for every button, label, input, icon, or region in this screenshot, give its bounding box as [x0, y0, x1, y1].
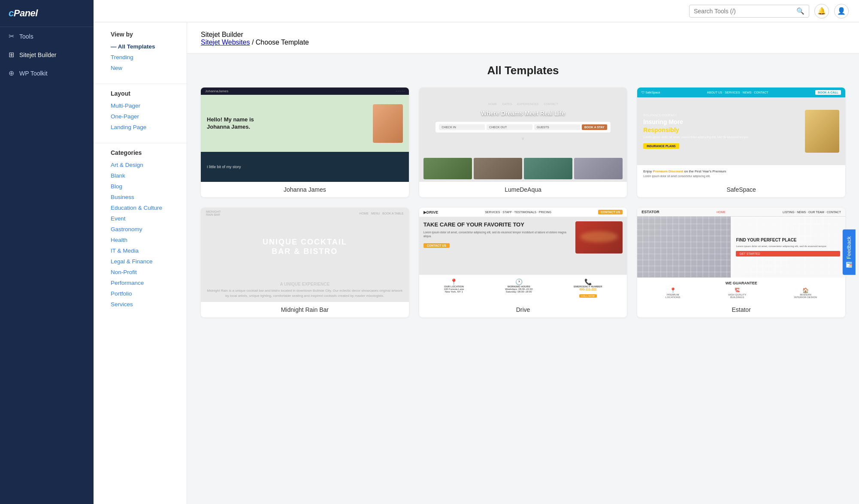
sidebar: cPanel ✂ Tools ⊞ Sitejet Builder ⊕ WP To… [0, 0, 94, 504]
filter-one-pager[interactable]: One-Pager [102, 111, 178, 122]
johanna-topbar: JohannaJames · · · · · [201, 88, 409, 95]
safe-bottom-desc: Lorem ipsum dolor sit amet consectetur a… [643, 175, 839, 178]
template-card-car[interactable]: ▶DRIVE SERVICES · STAFF · TESTIMONIALS ·… [419, 208, 627, 317]
est-nav-items: LISTING · NEWS · OUR TEAM · CONTACT [783, 211, 841, 214]
user-profile-button[interactable]: 👤 [834, 4, 849, 18]
sidebar-item-label-sitejet: Sitejet Builder [19, 51, 56, 58]
lume-thumb-4 [574, 158, 623, 179]
car-nav: SERVICES · STAFF · TESTIMONIALS · PRICIN… [485, 211, 551, 214]
breadcrumb-link-sitejet[interactable]: Sitejet Websites [201, 39, 250, 46]
template-title-cocktail: Midnight Rain Bar [201, 302, 409, 317]
safe-book-btn: BOOK A CALL [815, 90, 841, 95]
filter-performance[interactable]: Performance [102, 278, 178, 288]
sidebar-item-label-tools: Tools [19, 33, 33, 40]
filter-it[interactable]: IT & Media [102, 245, 178, 256]
car-contact-btn: CONTACT US [598, 210, 623, 214]
filter-blog[interactable]: Blog [102, 181, 178, 192]
feedback-label: Feedback [846, 236, 852, 259]
est-overlay: FIND YOUR PERFECT PLACE Lorem ipsum dolo… [731, 217, 845, 278]
location-icon: 📍 [444, 278, 464, 285]
filter-services[interactable]: Services [102, 299, 178, 310]
car-stat-emergency: 📞 EMERGENCY NUMBER 000-111-222 CALL NOW [574, 278, 602, 299]
notifications-button[interactable]: 🔔 [814, 4, 829, 18]
filter-nonprofit[interactable]: Non-Profit [102, 267, 178, 278]
wp-icon: ⊕ [9, 69, 14, 77]
bell-icon: 🔔 [817, 7, 826, 15]
tools-icon: ✂ [9, 32, 14, 40]
est-logo: ESTATOR [641, 210, 659, 214]
johanna-headline: Hello! My name isJohanna James. [207, 116, 369, 131]
template-card-cocktail[interactable]: MIDNIGHTRAIN BAR HOME MENU BOOK A TABLE … [201, 208, 409, 317]
filter-trending[interactable]: Trending [102, 52, 178, 63]
clock-icon: 🕐 [505, 278, 533, 285]
lume-hero: HOMEDATESEXPERIENCESCONTACT Where Dreams… [419, 88, 627, 155]
logo-prefix: c [9, 8, 14, 18]
template-card-lume[interactable]: HOMEDATESEXPERIENCESCONTACT Where Dreams… [419, 88, 627, 197]
safe-topbar: 🛡 SafeSpace ABOUT US · SERVICES · NEWS ·… [637, 88, 845, 97]
filter-all-templates[interactable]: All Templates [102, 41, 178, 52]
content-wrapper: Sitejet Builder Sitejet Websites / Choos… [187, 22, 859, 504]
template-card-safe[interactable]: 🛡 SafeSpace ABOUT US · SERVICES · NEWS ·… [637, 88, 845, 197]
est-cta: GET STARTED [736, 251, 840, 257]
templates-grid: JohannaJames · · · · · Hello! My name is… [201, 88, 845, 317]
filter-art[interactable]: Art & Design [102, 160, 178, 170]
sidebar-item-wp[interactable]: ⊕ WP Toolkit [0, 64, 94, 82]
templates-area: All Templates JohannaJames · · · · · Hel… [187, 54, 859, 504]
feedback-button[interactable]: 📊 Feedback [843, 229, 856, 275]
est-feature-locations: 📍 PREMIUMLOCATIONS [665, 287, 680, 299]
filter-education[interactable]: Education & Culture [102, 202, 178, 213]
johanna-name-nav: JohannaJames [205, 89, 228, 93]
sidebar-item-sitejet[interactable]: ⊞ Sitejet Builder [0, 45, 94, 64]
car-hours-val: Weekdays: 08:00–22:00Saturday: 08:00–18:… [505, 288, 533, 293]
safe-headline: Insuring MoreResponsibly [643, 118, 800, 133]
filter-landing-page[interactable]: Landing Page [102, 122, 178, 133]
filter-portfolio[interactable]: Portfolio [102, 288, 178, 299]
car-topbar: ▶DRIVE SERVICES · STAFF · TESTIMONIALS ·… [419, 208, 627, 217]
filter-new[interactable]: New [102, 63, 178, 73]
template-card-estator[interactable]: ESTATOR HOME LISTING · NEWS · OUR TEAM ·… [637, 208, 845, 317]
safe-bottom: Enjoy Premium Discount on the First Year… [637, 165, 845, 182]
filter-legal[interactable]: Legal & Finance [102, 256, 178, 267]
car-hero: TAKE CARE OF YOUR FAVORITE TOY Lorem ips… [419, 217, 627, 275]
search-input[interactable] [694, 8, 794, 15]
filter-multi-pager[interactable]: Multi-Pager [102, 100, 178, 111]
template-preview-car: ▶DRIVE SERVICES · STAFF · TESTIMONIALS ·… [419, 208, 627, 302]
template-preview-lume: HOMEDATESEXPERIENCESCONTACT Where Dreams… [419, 88, 627, 182]
template-title-lume: LumeDeAqua [419, 182, 627, 197]
feedback-icon: 📊 [846, 261, 852, 268]
johanna-nav: · · · · · [396, 89, 405, 93]
phone-icon: 📞 [574, 278, 602, 285]
filter-business[interactable]: Business [102, 192, 178, 202]
safe-logo: 🛡 SafeSpace [641, 91, 660, 94]
est-bottom: WE GUARANTEE 📍 PREMIUMLOCATIONS 🏗 HIGH Q… [637, 278, 845, 302]
johanna-story-text: I little bit of my story [207, 165, 241, 169]
user-icon: 👤 [837, 7, 846, 15]
layout-label: Layout [102, 90, 178, 97]
filter-gastronomy[interactable]: Gastronomy [102, 224, 178, 235]
template-title-safe: SafeSpace [637, 182, 845, 197]
template-preview-johanna: JohannaJames · · · · · Hello! My name is… [201, 88, 409, 182]
cocktail-nav: HOME MENU BOOK A TABLE [360, 212, 404, 215]
est-headline: FIND YOUR PERFECT PLACE [736, 238, 840, 242]
categories-label: Categories [102, 149, 178, 156]
car-stat-location: 📍 OUR LOCATION 100 Foresta LaneNew York,… [444, 278, 464, 299]
filter-blank[interactable]: Blank [102, 170, 178, 181]
sidebar-item-tools[interactable]: ✂ Tools [0, 27, 94, 45]
breadcrumb-bg: Sitejet Builder Sitejet Websites / Choos… [187, 22, 859, 54]
lume-checkin: CHECK IN [439, 124, 485, 130]
search-wrapper: 🔍 [689, 5, 809, 18]
cocktail-logo: MIDNIGHTRAIN BAR [206, 210, 221, 216]
app-logo: cPanel [9, 8, 85, 19]
lume-thumb-3 [524, 158, 572, 179]
filter-event[interactable]: Event [102, 213, 178, 224]
breadcrumb-current: Choose Template [256, 39, 309, 46]
car-headline: TAKE CARE OF YOUR FAVORITE TOY [423, 221, 572, 228]
template-card-johanna[interactable]: JohannaJames · · · · · Hello! My name is… [201, 88, 409, 197]
template-title-johanna: Johanna James [201, 182, 409, 197]
est-guarantee: WE GUARANTEE [641, 281, 841, 285]
cocktail-title: UNIQUE COCKTAILBAR & BISTRO [263, 238, 347, 256]
lume-thumb-2 [474, 158, 522, 179]
filter-health[interactable]: Health [102, 235, 178, 245]
search-button[interactable]: 🔍 [796, 7, 805, 15]
breadcrumb: Sitejet Websites / Choose Template [201, 39, 845, 46]
